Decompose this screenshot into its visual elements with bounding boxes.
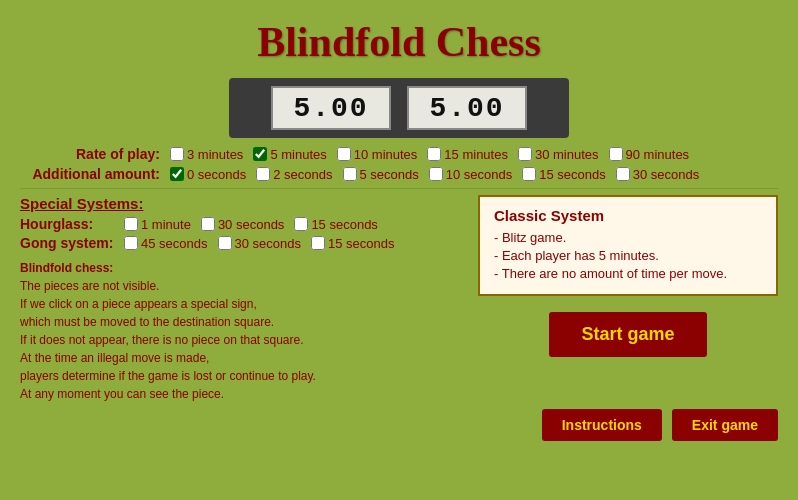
- blindfold-line: If we click on a piece appears a special…: [20, 297, 257, 311]
- additional-checkbox-5[interactable]: [616, 167, 630, 181]
- page-title: Blindfold Chess: [0, 0, 798, 66]
- blindfold-line: At any moment you can see the piece.: [20, 387, 224, 401]
- rate-checkbox-0[interactable]: [170, 147, 184, 161]
- clock-right: 5.00: [407, 86, 527, 130]
- bottom-buttons: Instructions Exit game: [20, 409, 778, 441]
- hourglass-label-2: 15 seconds: [311, 217, 378, 232]
- rate-label-3: 15 minutes: [444, 147, 508, 162]
- additional-label-3: 10 seconds: [446, 167, 513, 182]
- gong-label-0: 45 seconds: [141, 236, 208, 251]
- start-button[interactable]: Start game: [549, 312, 706, 357]
- gong-option-1[interactable]: 30 seconds: [218, 236, 302, 251]
- blindfold-line: which must be moved to the destination s…: [20, 315, 274, 329]
- clock-container: 5.00 5.00: [229, 78, 569, 138]
- instructions-button[interactable]: Instructions: [542, 409, 662, 441]
- hourglass-option-2[interactable]: 15 seconds: [294, 217, 378, 232]
- additional-option-5[interactable]: 30 seconds: [616, 167, 700, 182]
- rate-label-2: 10 minutes: [354, 147, 418, 162]
- hourglass-checkbox-2[interactable]: [294, 217, 308, 231]
- blindfold-text: Blindfold chess: The pieces are not visi…: [20, 259, 468, 403]
- hourglass-checkbox-1[interactable]: [201, 217, 215, 231]
- gong-label-2: 15 seconds: [328, 236, 395, 251]
- rate-option-0[interactable]: 3 minutes: [170, 147, 243, 162]
- blindfold-line: The pieces are not visible.: [20, 279, 159, 293]
- additional-checkbox-3[interactable]: [429, 167, 443, 181]
- rate-option-5[interactable]: 90 minutes: [609, 147, 690, 162]
- blindfold-line: If it does not appear, there is no piece…: [20, 333, 304, 347]
- blindfold-lines: The pieces are not visible.If we click o…: [20, 279, 316, 401]
- divider: [20, 188, 778, 189]
- classic-lines: - Blitz game.- Each player has 5 minutes…: [494, 230, 762, 281]
- additional-checkbox-1[interactable]: [256, 167, 270, 181]
- rate-label-1: 5 minutes: [270, 147, 326, 162]
- clock-left: 5.00: [271, 86, 391, 130]
- gong-checkbox-2[interactable]: [311, 236, 325, 250]
- gong-option-0[interactable]: 45 seconds: [124, 236, 208, 251]
- special-systems: Special Systems: Hourglass: 1 minute30 s…: [20, 195, 468, 251]
- additional-checkbox-4[interactable]: [522, 167, 536, 181]
- hourglass-options: 1 minute30 seconds15 seconds: [124, 217, 386, 232]
- special-systems-title: Special Systems:: [20, 195, 468, 212]
- additional-option-0[interactable]: 0 seconds: [170, 167, 246, 182]
- gong-label: Gong system:: [20, 235, 120, 251]
- start-button-row: Start game: [478, 312, 778, 357]
- rate-label-5: 90 minutes: [626, 147, 690, 162]
- gong-checkbox-1[interactable]: [218, 236, 232, 250]
- blindfold-line: At the time an illegal move is made,: [20, 351, 209, 365]
- additional-label-2: 5 seconds: [360, 167, 419, 182]
- classic-title: Classic System: [494, 207, 762, 224]
- classic-line: - Blitz game.: [494, 230, 762, 245]
- rate-checkbox-4[interactable]: [518, 147, 532, 161]
- additional-amount-options: 0 seconds2 seconds5 seconds10 seconds15 …: [170, 167, 707, 182]
- additional-amount-row: Additional amount: 0 seconds2 seconds5 s…: [20, 166, 778, 182]
- hourglass-label-0: 1 minute: [141, 217, 191, 232]
- additional-label-0: 0 seconds: [187, 167, 246, 182]
- gong-options: 45 seconds30 seconds15 seconds: [124, 236, 403, 251]
- hourglass-option-0[interactable]: 1 minute: [124, 217, 191, 232]
- exit-button[interactable]: Exit game: [672, 409, 778, 441]
- right-panel: Classic System - Blitz game.- Each playe…: [478, 195, 778, 403]
- classic-box: Classic System - Blitz game.- Each playe…: [478, 195, 778, 296]
- left-panel: Special Systems: Hourglass: 1 minute30 s…: [20, 195, 468, 403]
- additional-amount-label: Additional amount:: [20, 166, 160, 182]
- additional-label-4: 15 seconds: [539, 167, 606, 182]
- rate-of-play-label: Rate of play:: [20, 146, 160, 162]
- hourglass-row: Hourglass: 1 minute30 seconds15 seconds: [20, 216, 468, 232]
- classic-line: - There are no amount of time per move.: [494, 266, 762, 281]
- rate-label-4: 30 minutes: [535, 147, 599, 162]
- additional-option-1[interactable]: 2 seconds: [256, 167, 332, 182]
- additional-label-5: 30 seconds: [633, 167, 700, 182]
- blindfold-line: players determine if the game is lost or…: [20, 369, 316, 383]
- rate-option-3[interactable]: 15 minutes: [427, 147, 508, 162]
- additional-option-2[interactable]: 5 seconds: [343, 167, 419, 182]
- rate-option-4[interactable]: 30 minutes: [518, 147, 599, 162]
- gong-option-2[interactable]: 15 seconds: [311, 236, 395, 251]
- rate-checkbox-5[interactable]: [609, 147, 623, 161]
- hourglass-label-1: 30 seconds: [218, 217, 285, 232]
- gong-row: Gong system: 45 seconds30 seconds15 seco…: [20, 235, 468, 251]
- additional-checkbox-0[interactable]: [170, 167, 184, 181]
- rate-of-play-row: Rate of play: 3 minutes5 minutes10 minut…: [20, 146, 778, 162]
- rate-option-2[interactable]: 10 minutes: [337, 147, 418, 162]
- rate-checkbox-3[interactable]: [427, 147, 441, 161]
- bottom-section: Special Systems: Hourglass: 1 minute30 s…: [20, 195, 778, 403]
- rate-checkbox-2[interactable]: [337, 147, 351, 161]
- additional-checkbox-2[interactable]: [343, 167, 357, 181]
- additional-label-1: 2 seconds: [273, 167, 332, 182]
- additional-option-4[interactable]: 15 seconds: [522, 167, 606, 182]
- gong-label-1: 30 seconds: [235, 236, 302, 251]
- hourglass-checkbox-0[interactable]: [124, 217, 138, 231]
- hourglass-label: Hourglass:: [20, 216, 120, 232]
- rate-of-play-options: 3 minutes5 minutes10 minutes15 minutes30…: [170, 147, 697, 162]
- rate-checkbox-1[interactable]: [253, 147, 267, 161]
- rate-label-0: 3 minutes: [187, 147, 243, 162]
- rate-option-1[interactable]: 5 minutes: [253, 147, 326, 162]
- blindfold-title: Blindfold chess:: [20, 261, 113, 275]
- hourglass-option-1[interactable]: 30 seconds: [201, 217, 285, 232]
- classic-line: - Each player has 5 minutes.: [494, 248, 762, 263]
- gong-checkbox-0[interactable]: [124, 236, 138, 250]
- additional-option-3[interactable]: 10 seconds: [429, 167, 513, 182]
